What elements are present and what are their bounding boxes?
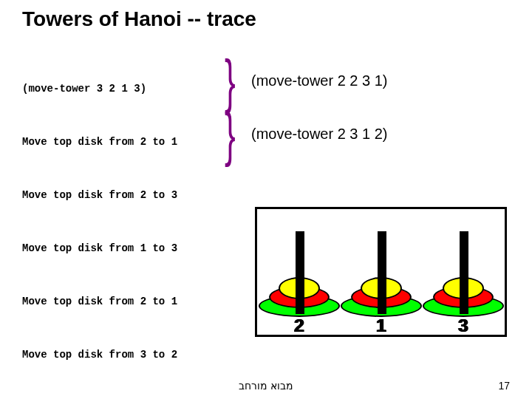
brace-icon: } xyxy=(225,105,236,164)
footer-text: מבוא מורחב xyxy=(0,380,532,392)
trace-line: (move-tower 3 2 1 3) xyxy=(22,80,177,98)
trace-line: Move top disk from 2 to 3 xyxy=(22,186,177,204)
peg-label: 2 xyxy=(259,316,340,336)
trace-line: Move top disk from 3 to 2 xyxy=(22,346,177,364)
peg-label: 3 xyxy=(423,316,504,336)
trace-line: Move top disk from 2 to 1 xyxy=(22,133,177,151)
trace-block: (move-tower 3 2 1 3) Move top disk from … xyxy=(22,44,177,399)
page-number: 17 xyxy=(498,380,510,392)
slide: Towers of Hanoi -- trace (move-tower 3 2… xyxy=(0,0,532,399)
annotation-group1: (move-tower 2 2 3 1) xyxy=(251,72,388,89)
pole-icon xyxy=(296,231,304,314)
peg-label: 1 xyxy=(341,316,422,336)
hanoi-diagram: 2 1 3 xyxy=(255,207,507,337)
annotation-group2: (move-tower 2 3 1 2) xyxy=(251,126,388,143)
pole-icon xyxy=(460,231,468,314)
page-title: Towers of Hanoi -- trace xyxy=(22,7,256,31)
trace-line: Move top disk from 1 to 3 xyxy=(22,239,177,257)
pole-icon xyxy=(378,231,386,314)
trace-line: Move top disk from 2 to 1 xyxy=(22,293,177,310)
